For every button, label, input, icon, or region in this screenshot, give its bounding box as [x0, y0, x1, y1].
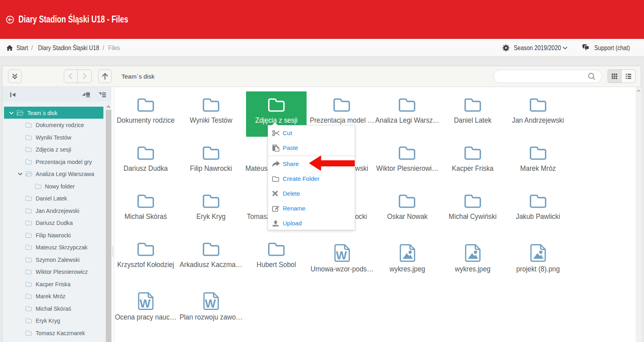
svg-text:W: W: [205, 297, 216, 310]
svg-text:W: W: [139, 297, 151, 310]
svg-text:W: W: [336, 249, 347, 262]
